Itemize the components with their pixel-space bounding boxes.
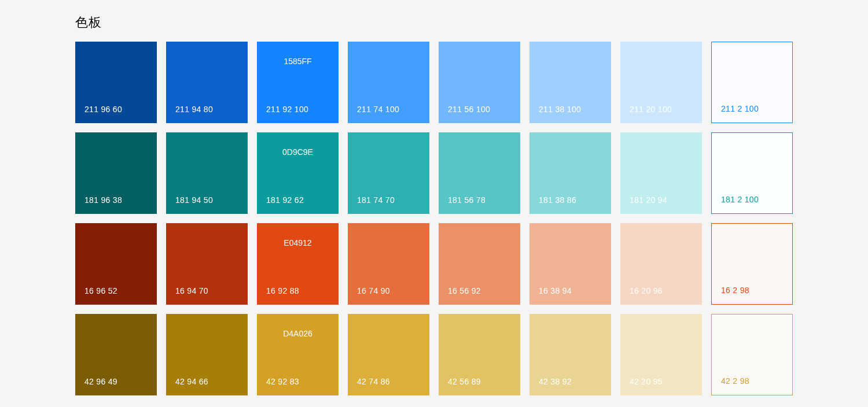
page-title: 色板 bbox=[75, 14, 793, 31]
swatch-hsb: 181 96 38 bbox=[84, 195, 148, 205]
swatch-hex: 1585FF bbox=[257, 57, 339, 66]
swatch[interactable]: 181 38 86 bbox=[529, 132, 611, 214]
swatch-hsb: 211 74 100 bbox=[357, 105, 420, 114]
swatch[interactable]: E0491216 92 88 bbox=[257, 223, 339, 305]
swatch[interactable]: 211 2 100 bbox=[711, 42, 793, 123]
swatch[interactable]: 16 2 98 bbox=[711, 223, 793, 305]
palette-row-teal: 181 96 38181 94 500D9C9E181 92 62181 74 … bbox=[75, 132, 793, 214]
swatch[interactable]: 16 38 94 bbox=[529, 223, 611, 305]
swatch-hsb: 181 38 86 bbox=[539, 195, 602, 205]
swatch-hsb: 42 2 98 bbox=[721, 376, 783, 386]
swatch-hsb: 211 2 100 bbox=[721, 104, 783, 113]
swatch-hsb: 211 94 80 bbox=[175, 105, 238, 114]
swatch-hsb: 42 56 89 bbox=[448, 377, 511, 386]
swatch-hsb: 16 96 52 bbox=[84, 286, 148, 295]
swatch-hsb: 16 20 96 bbox=[630, 286, 693, 295]
swatch[interactable]: 0D9C9E181 92 62 bbox=[257, 132, 339, 214]
swatch-hsb: 16 92 88 bbox=[266, 286, 329, 295]
swatch-hsb: 16 2 98 bbox=[721, 286, 783, 295]
swatch[interactable]: 42 94 66 bbox=[166, 314, 248, 395]
swatch[interactable]: 16 20 96 bbox=[620, 223, 702, 305]
swatch[interactable]: 42 96 49 bbox=[75, 314, 157, 395]
swatch[interactable]: 181 2 100 bbox=[711, 132, 793, 214]
swatch[interactable]: 181 94 50 bbox=[166, 132, 248, 214]
swatch[interactable]: 16 96 52 bbox=[75, 223, 157, 305]
swatch[interactable]: 211 20 100 bbox=[620, 42, 702, 123]
swatch-hsb: 181 2 100 bbox=[721, 195, 783, 204]
swatch-hsb: 211 96 60 bbox=[84, 105, 148, 114]
swatch[interactable]: 211 96 60 bbox=[75, 42, 157, 123]
swatch-hex: E04912 bbox=[257, 238, 339, 247]
palette-grid: 211 96 60211 94 801585FF211 92 100211 74… bbox=[75, 42, 793, 395]
swatch[interactable]: 211 56 100 bbox=[439, 42, 520, 123]
swatch[interactable]: 42 20 95 bbox=[620, 314, 702, 395]
swatch[interactable]: D4A02642 92 83 bbox=[257, 314, 339, 395]
swatch[interactable]: 16 74 90 bbox=[348, 223, 429, 305]
swatch-hsb: 211 38 100 bbox=[539, 105, 602, 114]
swatch[interactable]: 1585FF211 92 100 bbox=[257, 42, 339, 123]
swatch-hsb: 181 20 94 bbox=[630, 195, 693, 205]
swatch-hsb: 211 56 100 bbox=[448, 105, 511, 114]
swatch-hsb: 181 56 78 bbox=[448, 195, 511, 205]
swatch[interactable]: 181 96 38 bbox=[75, 132, 157, 214]
swatch-hsb: 42 96 49 bbox=[84, 377, 148, 386]
palette-row-orange-red: 16 96 5216 94 70E0491216 92 8816 74 9016… bbox=[75, 223, 793, 305]
swatch[interactable]: 181 20 94 bbox=[620, 132, 702, 214]
palette-row-amber: 42 96 4942 94 66D4A02642 92 8342 74 8642… bbox=[75, 314, 793, 395]
swatch-hsb: 181 94 50 bbox=[175, 195, 238, 205]
swatch-hsb: 181 74 70 bbox=[357, 195, 420, 205]
swatch[interactable]: 181 56 78 bbox=[439, 132, 520, 214]
swatch[interactable]: 211 94 80 bbox=[166, 42, 248, 123]
swatch-hsb: 42 38 92 bbox=[539, 377, 602, 386]
swatch[interactable]: 42 56 89 bbox=[439, 314, 520, 395]
palette-container: 色板 211 96 60211 94 801585FF211 92 100211… bbox=[0, 0, 868, 395]
swatch-hsb: 42 20 95 bbox=[630, 377, 693, 386]
swatch[interactable]: 211 38 100 bbox=[529, 42, 611, 123]
swatch-hsb: 16 94 70 bbox=[175, 286, 238, 295]
swatch-hsb: 16 38 94 bbox=[539, 286, 602, 295]
palette-row-blue: 211 96 60211 94 801585FF211 92 100211 74… bbox=[75, 42, 793, 123]
swatch[interactable]: 42 74 86 bbox=[348, 314, 429, 395]
swatch[interactable]: 181 74 70 bbox=[348, 132, 429, 214]
swatch-hsb: 211 92 100 bbox=[266, 105, 329, 114]
swatch-hex: D4A026 bbox=[257, 329, 339, 338]
swatch-hsb: 181 92 62 bbox=[266, 195, 329, 205]
swatch-hsb: 42 74 86 bbox=[357, 377, 420, 386]
swatch-hex: 0D9C9E bbox=[257, 147, 339, 157]
swatch-hsb: 16 56 92 bbox=[448, 286, 511, 295]
swatch[interactable]: 16 94 70 bbox=[166, 223, 248, 305]
swatch-hsb: 42 94 66 bbox=[175, 377, 238, 386]
swatch[interactable]: 42 38 92 bbox=[529, 314, 611, 395]
swatch[interactable]: 42 2 98 bbox=[711, 314, 793, 395]
swatch-hsb: 16 74 90 bbox=[357, 286, 420, 295]
swatch-hsb: 211 20 100 bbox=[630, 105, 693, 114]
swatch-hsb: 42 92 83 bbox=[266, 377, 329, 386]
swatch[interactable]: 211 74 100 bbox=[348, 42, 429, 123]
swatch[interactable]: 16 56 92 bbox=[439, 223, 520, 305]
